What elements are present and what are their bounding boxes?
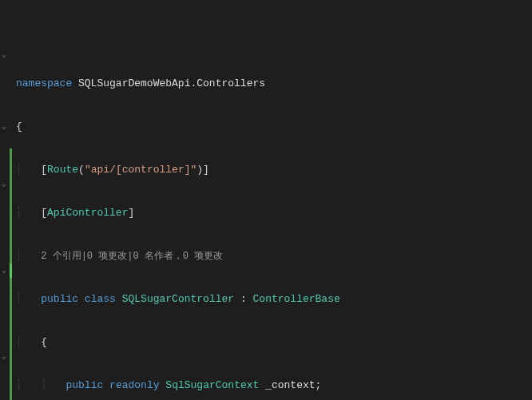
namespace-name: SQLSugarDemoWebApi.Controllers	[72, 77, 265, 91]
base-class: ControllerBase	[253, 292, 340, 307]
editor-gutter: ⌄ ⌄ ⌄ ⌄ ⌄	[0, 48, 13, 400]
fold-chevron-icon[interactable]: ⌄	[2, 351, 6, 361]
route-string: "api/[controller]"	[85, 163, 197, 177]
route-attribute: Route	[47, 163, 78, 177]
field-type: SqlSugarContext	[165, 378, 259, 393]
codelens-class[interactable]: 2 个引用|0 项更改|0 名作者，0 项更改	[41, 249, 223, 263]
fold-chevron-icon[interactable]: ⌄	[2, 265, 6, 275]
code-content[interactable]: namespace SQLSugarDemoWebApi.Controllers…	[13, 48, 532, 400]
fold-chevron-icon[interactable]: ⌄	[2, 50, 6, 59]
apicontroller-attribute: ApiController	[47, 206, 128, 220]
class-name: SQLSugarController	[122, 292, 234, 307]
field-name: _context	[259, 378, 315, 393]
fold-chevron-icon[interactable]: ⌄	[2, 121, 6, 131]
fold-chevron-icon[interactable]: ⌄	[2, 179, 6, 188]
code-editor[interactable]: ⌄ ⌄ ⌄ ⌄ ⌄ namespace SQLSugarDemoWebApi.C…	[0, 48, 532, 400]
change-indicator-active	[10, 263, 12, 278]
